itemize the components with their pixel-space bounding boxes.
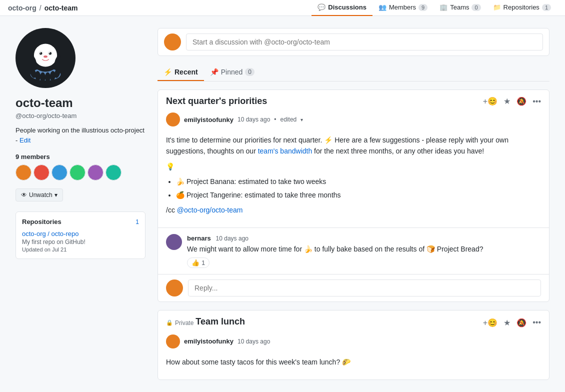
repositories-card: Repositories 1 octo-org / octo-repo My f… <box>16 212 146 259</box>
watch-button[interactable]: 👁 Unwatch ▾ <box>16 188 63 202</box>
commenter-avatar <box>166 234 182 250</box>
discussion-edited-label: edited <box>280 116 297 123</box>
discussion-2-body: How about some tasty tacos for this week… <box>158 352 549 380</box>
member-avatar[interactable] <box>34 164 50 180</box>
lunch-body: How about some tasty tacos for this week… <box>166 356 541 368</box>
top-navigation: octo-org / octo-team 💬 Discussions 👥 Mem… <box>0 0 565 16</box>
reply-user-avatar <box>166 280 183 296</box>
repos-header: Repositories 1 <box>22 218 139 226</box>
discussion-2-title-area: 🔒 Private Team lunch <box>166 316 245 328</box>
repos-count[interactable]: 1 <box>136 218 139 226</box>
discussion-card-team-lunch: 🔒 Private Team lunch +😊 ★ 🔕 ••• emilyist… <box>158 310 550 380</box>
discussion-author[interactable]: emilyistoofunky <box>184 116 234 124</box>
repo-updated-at: Updated on Jul 21 <box>22 246 139 252</box>
comment-time: 10 days ago <box>216 235 248 242</box>
tab-members-label: Members <box>389 4 416 11</box>
org-name[interactable]: octo-org <box>8 4 36 12</box>
tab-discussions-label: Discussions <box>328 4 366 11</box>
discussion-actions: +😊 ★ 🔕 ••• <box>483 96 541 106</box>
eye-icon: 👁 <box>21 192 27 198</box>
tab-members[interactable]: 👥 Members 9 <box>372 0 434 16</box>
tab-pinned[interactable]: 📌 Pinned 0 <box>204 64 260 81</box>
svg-point-4 <box>45 72 50 82</box>
cc-mention[interactable]: @octo-org/octo-team <box>177 206 243 214</box>
discussion-meta: emilyistoofunky 10 days ago • edited ▾ <box>158 112 549 130</box>
comment-author[interactable]: bernars <box>187 234 211 242</box>
repositories-icon: 📁 <box>493 4 501 11</box>
body-lightbulb: 💡 <box>166 161 541 172</box>
breadcrumb: octo-org / octo-team <box>8 4 78 12</box>
more-options-button-2[interactable]: ••• <box>532 318 541 327</box>
member-avatar[interactable] <box>52 164 68 180</box>
member-avatar[interactable] <box>88 164 104 180</box>
emoji-reaction-button[interactable]: +😊 <box>483 96 498 106</box>
members-icon: 👥 <box>378 4 386 11</box>
repo-item: octo-org / octo-repo My first repo on Gi… <box>22 230 139 252</box>
member-avatar[interactable] <box>16 164 32 180</box>
page-layout: octo-team @octo-org/octo-team People wor… <box>8 16 558 392</box>
repo-link[interactable]: octo-org / octo-repo <box>22 230 78 238</box>
emoji-reaction-button-2[interactable]: +😊 <box>483 318 498 328</box>
lock-icon: 🔒 <box>166 320 173 326</box>
thumbs-up-reaction[interactable]: 👍 1 <box>187 258 210 268</box>
sidebar: octo-team @octo-org/octo-team People wor… <box>16 28 146 388</box>
edited-chevron-icon[interactable]: ▾ <box>300 117 303 122</box>
author-2-avatar <box>166 334 180 348</box>
teams-icon: 🏢 <box>440 4 448 11</box>
body-paragraph-1: It's time to determine our priorities fo… <box>166 134 541 157</box>
cc-line: /cc @octo-org/octo-team <box>166 204 541 216</box>
svg-point-12 <box>49 52 52 55</box>
discussion-body: It's time to determine our priorities fo… <box>158 130 549 228</box>
discussion-2-title[interactable]: Team lunch <box>196 316 245 326</box>
comment-text: We might want to allow more time for 🍌 t… <box>187 244 541 254</box>
discussion-2-header: 🔒 Private Team lunch +😊 ★ 🔕 ••• <box>158 310 549 334</box>
tab-teams[interactable]: 🏢 Teams 0 <box>434 0 486 16</box>
octocat-logo <box>18 30 73 86</box>
more-options-button[interactable]: ••• <box>532 97 541 106</box>
thumbs-up-emoji: 👍 <box>192 259 200 266</box>
mute-button-2[interactable]: 🔕 <box>516 318 526 328</box>
comment-item: bernars 10 days ago We might want to all… <box>158 228 549 274</box>
discussion-2-actions: +😊 ★ 🔕 ••• <box>483 318 541 328</box>
priority-list: 🍌 Project Banana: estimated to take two … <box>176 176 541 200</box>
pinned-icon: 📌 <box>210 68 218 76</box>
discussion-2-author[interactable]: emilyistoofunky <box>184 338 234 345</box>
tab-repositories[interactable]: 📁 Repositories 1 <box>487 0 557 16</box>
private-label: Private <box>175 320 194 326</box>
teams-count-badge: 0 <box>472 4 480 11</box>
mute-button[interactable]: 🔕 <box>516 96 526 106</box>
pinned-label: Pinned <box>221 68 243 76</box>
members-section: 9 members <box>16 153 146 180</box>
tab-discussions[interactable]: 💬 Discussions <box>312 0 372 16</box>
discussion-card-next-quarters: Next quarter's priorities +😊 ★ 🔕 ••• emi… <box>158 90 550 302</box>
svg-point-3 <box>40 72 46 82</box>
member-avatars-list <box>16 164 146 180</box>
discussion-time: 10 days ago <box>238 116 270 123</box>
svg-point-8 <box>34 44 57 66</box>
priority-item-1: 🍌 Project Banana: estimated to take two … <box>176 176 541 187</box>
edit-description-link[interactable]: Edit <box>20 136 30 144</box>
svg-point-15 <box>44 56 48 58</box>
author-avatar <box>166 112 180 126</box>
discussion-title[interactable]: Next quarter's priorities <box>166 96 267 106</box>
comment-section: bernars 10 days ago We might want to all… <box>158 228 549 274</box>
tab-teams-label: Teams <box>450 4 469 11</box>
member-avatar[interactable] <box>70 164 86 180</box>
repo-description: My first repo on GitHub! <box>22 238 139 246</box>
sidebar-team-name: octo-team <box>16 96 146 110</box>
recent-icon: ⚡ <box>164 68 172 76</box>
members-label: 9 members <box>16 153 146 160</box>
team-name-breadcrumb[interactable]: octo-team <box>44 4 78 12</box>
new-discussion-input[interactable] <box>186 34 543 50</box>
tab-repositories-label: Repositories <box>504 4 540 11</box>
member-avatar[interactable] <box>106 164 122 180</box>
svg-point-13 <box>40 52 40 53</box>
tab-recent[interactable]: ⚡ Recent <box>158 64 204 81</box>
reply-input[interactable] <box>188 280 541 296</box>
pin-button-2[interactable]: ★ <box>504 318 510 328</box>
priority-item-2: 🍊 Project Tangerine: estimated to take t… <box>176 190 541 200</box>
pin-button[interactable]: ★ <box>504 96 510 106</box>
main-content: ⚡ Recent 📌 Pinned 0 Next quarter's prior… <box>158 28 550 388</box>
sidebar-team-handle: @octo-org/octo-team <box>16 112 146 120</box>
private-badge: 🔒 Private <box>166 320 194 326</box>
